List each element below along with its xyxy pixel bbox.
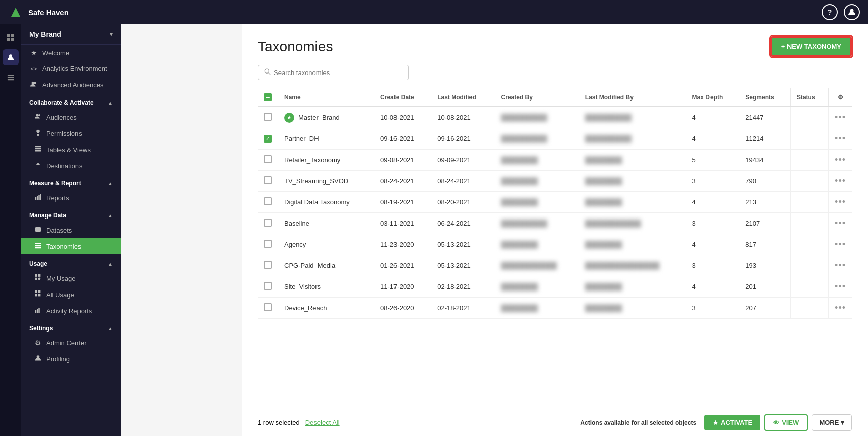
row-more-button[interactable]: ••• [835, 260, 846, 270]
row-name[interactable]: Baseline [284, 220, 309, 227]
sidebar-item-permissions[interactable]: Permissions [21, 125, 121, 141]
row-checkbox[interactable] [264, 113, 272, 121]
row-checkbox-cell[interactable] [258, 255, 278, 276]
th-created-by[interactable]: Created By [495, 88, 579, 107]
row-more-button[interactable]: ••• [835, 303, 846, 313]
row-more-button[interactable]: ••• [835, 281, 846, 292]
row-checkbox[interactable] [264, 155, 272, 163]
th-settings[interactable]: ⚙ [829, 88, 852, 107]
row-name[interactable]: Device_Reach [284, 304, 327, 312]
deselect-all-link[interactable]: Deselect All [305, 419, 340, 426]
row-more-button[interactable]: ••• [835, 176, 846, 186]
search-input[interactable] [274, 69, 402, 77]
row-checkbox[interactable] [264, 219, 272, 227]
more-button[interactable]: MORE ▾ [812, 414, 852, 431]
row-checkbox-cell[interactable] [258, 234, 278, 255]
section-settings[interactable]: Settings ▲ [21, 319, 121, 335]
sidebar-item-all-usage[interactable]: All Usage [21, 286, 121, 303]
row-checkbox[interactable] [264, 176, 272, 184]
section-manage-data[interactable]: Manage Data ▲ [21, 206, 121, 222]
brand-selector[interactable]: My Brand ▾ [21, 24, 121, 45]
section-collaborate-activate[interactable]: Collaborate & Activate ▲ [21, 93, 121, 109]
profiling-icon [33, 355, 42, 363]
row-more-button[interactable]: ••• [835, 133, 846, 143]
th-last-modified-by[interactable]: Last Modified By [579, 88, 686, 107]
th-max-depth[interactable]: Max Depth [686, 88, 739, 107]
row-more-cell[interactable]: ••• [829, 171, 852, 192]
sidebar-item-tables-views[interactable]: Tables & Views [21, 141, 121, 158]
col-settings-icon[interactable]: ⚙ [838, 94, 843, 101]
th-segments[interactable]: Segments [739, 88, 791, 107]
row-checkbox-cell[interactable] [258, 213, 278, 234]
row-more-button[interactable]: ••• [835, 197, 846, 207]
row-checkbox[interactable] [264, 240, 272, 248]
row-name[interactable]: Site_Visitors [284, 283, 321, 290]
row-checkbox[interactable]: ✓ [264, 135, 272, 143]
row-more-cell[interactable]: ••• [829, 192, 852, 213]
row-checkbox-cell[interactable] [258, 171, 278, 192]
sidebar-item-destinations[interactable]: Destinations [21, 158, 121, 174]
row-more-button[interactable]: ••• [835, 112, 846, 122]
row-checkbox-cell[interactable] [258, 276, 278, 298]
row-name[interactable]: Partner_DH [284, 135, 319, 142]
new-taxonomy-button[interactable]: + NEW TAXONOMY [771, 36, 852, 57]
row-name[interactable]: Master_Brand [298, 114, 340, 121]
sidebar-icon-grid[interactable] [3, 29, 19, 45]
sidebar-item-welcome[interactable]: ★ Welcome [21, 45, 121, 61]
row-more-button[interactable]: ••• [835, 155, 846, 165]
row-checkbox-cell[interactable]: ✓ [258, 128, 278, 150]
row-name[interactable]: CPG-Paid_Media [284, 262, 335, 269]
row-checkbox-cell[interactable] [258, 107, 278, 128]
th-status[interactable]: Status [790, 88, 828, 107]
row-more-cell[interactable]: ••• [829, 128, 852, 150]
row-more-cell[interactable]: ••• [829, 255, 852, 276]
th-checkbox[interactable]: − [258, 88, 278, 107]
sidebar-item-activity-reports[interactable]: Activity Reports [21, 303, 121, 319]
sidebar-item-taxonomies[interactable]: Taxonomies [21, 238, 121, 254]
section-usage[interactable]: Usage ▲ [21, 254, 121, 270]
row-status [790, 150, 828, 171]
user-icon[interactable] [844, 4, 860, 20]
row-more-cell[interactable]: ••• [829, 234, 852, 255]
activate-button[interactable]: ★ ACTIVATE [704, 415, 760, 430]
th-last-modified[interactable]: Last Modified [431, 88, 495, 107]
row-checkbox-cell[interactable] [258, 150, 278, 171]
row-checkbox[interactable] [264, 261, 272, 269]
row-more-cell[interactable]: ••• [829, 298, 852, 319]
sidebar-item-datasets[interactable]: Datasets [21, 222, 121, 238]
sidebar-item-advanced-audiences[interactable]: Advanced Audiences [21, 77, 121, 93]
svg-rect-19 [37, 196, 38, 200]
row-more-cell[interactable]: ••• [829, 107, 852, 128]
row-more-button[interactable]: ••• [835, 239, 846, 249]
row-more-cell[interactable]: ••• [829, 276, 852, 298]
row-name[interactable]: Agency [284, 241, 306, 248]
th-name[interactable]: Name [278, 88, 374, 107]
row-checkbox-cell[interactable] [258, 192, 278, 213]
sidebar-item-profiling[interactable]: Profiling [21, 351, 121, 367]
row-checkbox[interactable] [264, 282, 272, 290]
row-more-cell[interactable]: ••• [829, 150, 852, 171]
svg-rect-30 [35, 290, 37, 293]
sidebar-item-reports[interactable]: Reports [21, 190, 121, 206]
sidebar-item-admin-center[interactable]: ⚙ Admin Center [21, 335, 121, 351]
row-name[interactable]: Retailer_Taxonomy [284, 156, 340, 164]
row-more-cell[interactable]: ••• [829, 213, 852, 234]
row-more-button[interactable]: ••• [835, 218, 846, 228]
row-checkbox-cell[interactable] [258, 298, 278, 319]
row-name[interactable]: TV_Streaming_SVOD [284, 177, 348, 185]
section-measure-report[interactable]: Measure & Report ▲ [21, 174, 121, 190]
row-name[interactable]: Digital Data Taxonomy [284, 198, 350, 206]
help-icon[interactable]: ? [822, 4, 838, 20]
view-button[interactable]: 👁 VIEW [764, 414, 808, 431]
table-body: ★Master_Brand10-08-202110-08-2021███████… [258, 107, 852, 319]
sidebar-item-my-usage[interactable]: My Usage [21, 270, 121, 286]
row-checkbox[interactable] [264, 303, 272, 311]
sidebar-icon-users[interactable] [3, 49, 19, 65]
row-checkbox[interactable] [264, 197, 272, 205]
sidebar-item-analytics-environment[interactable]: <> Analytics Environment [21, 61, 121, 77]
row-max_depth: 3 [686, 298, 739, 319]
sidebar-item-audiences[interactable]: Audiences [21, 109, 121, 125]
th-create-date[interactable]: Create Date [374, 88, 431, 107]
select-all-checkbox[interactable]: − [264, 93, 272, 101]
sidebar-icon-data[interactable] [3, 69, 19, 86]
